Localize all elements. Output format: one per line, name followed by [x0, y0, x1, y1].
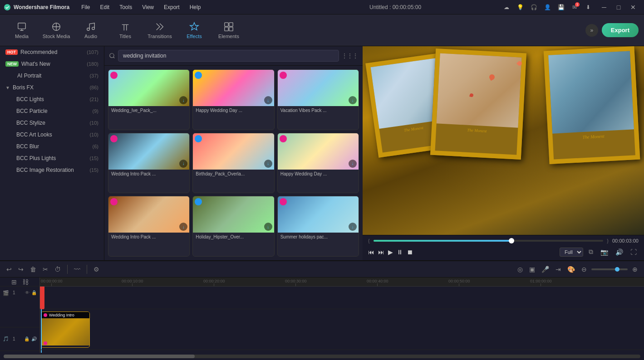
audio-track-lock[interactable]: 🔒	[24, 336, 29, 341]
clip-icon[interactable]: ▣	[527, 264, 537, 275]
menu-file[interactable]: File	[77, 3, 94, 11]
effect-card-2[interactable]: ↓ Happy Wedding Day ...	[192, 69, 274, 130]
quality-select[interactable]: Full 1/2 1/4	[560, 248, 583, 257]
bcc-image-restoration-label: BCC Image Restoration	[16, 167, 74, 173]
menu-edit[interactable]: Edit	[95, 3, 114, 11]
headset-icon[interactable]: 🎧	[529, 2, 539, 12]
download-icon-2[interactable]: ↓	[264, 96, 272, 104]
mix-button[interactable]: ⚙	[92, 264, 101, 275]
sidebar-item-bcc-stylize[interactable]: BCC Stylize (10)	[13, 117, 104, 129]
effect-card-7[interactable]: ↓ Wedding Intro Pack ...	[108, 196, 190, 257]
effect-card-8[interactable]: ↓ Holiday_Hipster_Over...	[192, 196, 274, 257]
minimize-button[interactable]: ─	[597, 0, 611, 15]
save-icon[interactable]: 💾	[556, 2, 566, 12]
toolbar-effects[interactable]: Effects	[178, 17, 211, 44]
effect-card-4[interactable]: ↓ Wedding Intro Pack ...	[108, 133, 190, 194]
maximize-button[interactable]: □	[611, 0, 626, 15]
effects-grid: ↓ Wedding_Ive_Pack_... ↓ Happy Wedding D…	[104, 66, 363, 260]
undo-button[interactable]: ↩	[5, 264, 14, 275]
mic-icon[interactable]: 🎤	[540, 264, 551, 275]
effect-card-5[interactable]: ↓ Birthday_Pack_Overla...	[192, 133, 274, 194]
current-time: 00:00:03:00	[612, 238, 639, 243]
delete-button[interactable]: 🗑	[28, 264, 38, 275]
sidebar-item-bcc-blur[interactable]: BCC Blur (6)	[13, 141, 104, 152]
download-icon-6[interactable]: ↓	[349, 160, 357, 168]
sidebar-item-bcc-art-looks[interactable]: BCC Art Looks (10)	[13, 129, 104, 141]
effect-card-1[interactable]: ↓ Wedding_Ive_Pack_...	[108, 69, 190, 130]
effect-icon-6	[280, 135, 287, 142]
export-button[interactable]: Export	[602, 23, 639, 37]
playback-right: Full 1/2 1/4 ⧉ 📷 🔊 ⛶	[560, 246, 639, 258]
volume-icon[interactable]: 🔊	[614, 247, 625, 258]
zoom-slider[interactable]	[591, 268, 628, 270]
sidebar-item-boris-fx[interactable]: ▼ Boris FX (86)	[0, 82, 104, 93]
sidebar-item-bcc-lights[interactable]: BCC Lights (21)	[13, 93, 104, 105]
sidebar-item-whats-new[interactable]: NEW What's New (180)	[0, 58, 104, 70]
bcc-stylize-count: (10)	[89, 120, 98, 126]
color-icon[interactable]: 🎨	[565, 264, 577, 275]
sidebar-item-bcc-plus-lights[interactable]: BCC Plus Lights (15)	[13, 152, 104, 164]
download-icon-9[interactable]: ↓	[349, 223, 357, 231]
screenshot-icon[interactable]: 📷	[599, 247, 610, 258]
snap-button[interactable]: ⊞	[10, 277, 19, 287]
audio-track-controls: 🔒 🔊	[24, 336, 37, 341]
cloud-icon[interactable]: ☁	[501, 2, 511, 12]
ripple-icon[interactable]: ◎	[516, 264, 525, 275]
stop-button[interactable]: ⏹	[407, 248, 413, 256]
sidebar-item-bcc-particle[interactable]: BCC Particle (9)	[13, 105, 104, 117]
track-labels: ⊞ ⛓ 🎬 1 👁 🔒 🎵 1 🔒 🔊	[0, 277, 40, 353]
effect-thumb-2: ↓	[193, 70, 274, 106]
link-button[interactable]: ⛓	[20, 277, 30, 287]
download-icon-3[interactable]: ↓	[349, 96, 357, 104]
toolbar-audio[interactable]: Audio	[74, 17, 107, 44]
mail-icon[interactable]: ✉ 1	[570, 2, 580, 12]
bulb-icon[interactable]: 💡	[515, 2, 525, 12]
menu-tools[interactable]: Tools	[115, 3, 137, 11]
play-button[interactable]: ▶	[388, 248, 393, 256]
rewind-button[interactable]: ⏮	[368, 248, 374, 256]
speed-icon[interactable]: ⊖	[580, 264, 589, 275]
download-icon-1[interactable]: ↓	[179, 96, 187, 104]
download-icon-7[interactable]: ↓	[179, 223, 187, 231]
search-input[interactable]	[118, 50, 339, 62]
match-color-icon[interactable]: ⇥	[554, 264, 563, 275]
toolbar-titles[interactable]: Titles	[109, 17, 142, 44]
fullscreen-icon[interactable]: ⛶	[629, 247, 639, 258]
video-clip[interactable]: Wedding Intro	[41, 311, 90, 348]
menu-view[interactable]: View	[138, 3, 158, 11]
sidebar-item-bcc-image-restoration[interactable]: BCC Image Restoration (15)	[13, 164, 104, 176]
history-button[interactable]: ⏱	[53, 264, 63, 275]
audio-wave-button[interactable]: 〰	[72, 264, 82, 275]
download-icon-5[interactable]: ↓	[264, 160, 272, 168]
redo-button[interactable]: ↪	[16, 264, 25, 275]
video-track-lock[interactable]: 🔒	[31, 290, 37, 295]
progress-bar[interactable]	[374, 240, 604, 242]
audio-track-volume[interactable]: 🔊	[31, 336, 37, 341]
download-icon-4[interactable]: ↓	[179, 160, 187, 168]
toolbar-elements[interactable]: Elements	[212, 17, 245, 44]
effect-card-3[interactable]: ↓ Vacation Vibes Pack ...	[277, 69, 359, 130]
timeline-scrollbar[interactable]	[4, 355, 640, 358]
menu-export[interactable]: Export	[159, 3, 184, 11]
toolbar-transitions[interactable]: Transitions	[143, 17, 176, 44]
audio-track-label: 🎵 1 🔒 🔊	[0, 327, 39, 351]
menu-help[interactable]: Help	[185, 3, 206, 11]
close-button[interactable]: ✕	[626, 0, 640, 15]
effect-card-6[interactable]: ↓ Happy Wedding Day ...	[277, 133, 359, 194]
zoom-in-icon[interactable]: ⊕	[630, 264, 639, 275]
pip-icon[interactable]: ⧉	[587, 246, 595, 258]
expand-button[interactable]: »	[585, 24, 598, 37]
grid-options-icon[interactable]: ⋮⋮⋮	[342, 53, 358, 59]
download-icon-8[interactable]: ↓	[264, 223, 272, 231]
video-track-eye[interactable]: 👁	[25, 290, 29, 295]
cut-button[interactable]: ✂	[41, 264, 50, 275]
pause-button[interactable]: ⏸	[397, 248, 403, 256]
sidebar-item-recommended[interactable]: HOT Recommended (107)	[0, 46, 104, 58]
sidebar-item-ai-portrait[interactable]: AI Portrait (37)	[0, 70, 104, 82]
toolbar-media[interactable]: Media	[5, 17, 38, 44]
effect-card-9[interactable]: ↓ Summer holidays pac...	[277, 196, 359, 257]
step-back-button[interactable]: ⏭	[378, 248, 384, 256]
toolbar-stock-media[interactable]: Stock Media	[40, 17, 73, 44]
user-icon[interactable]: 👤	[542, 2, 552, 12]
download-icon[interactable]: ⬇	[583, 2, 593, 12]
